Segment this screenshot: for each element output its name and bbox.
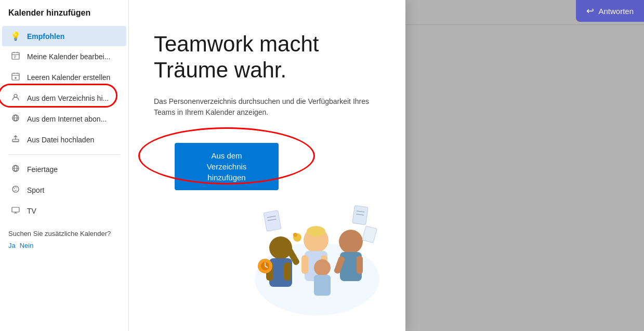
sidebar-item-empfohlen-label: Empfohlen (27, 32, 64, 41)
svg-rect-19 (301, 255, 308, 274)
sidebar-item-meine-kalender-label: Meine Kalender bearbei... (27, 52, 110, 61)
svg-rect-33 (362, 226, 377, 243)
sidebar-item-feiertage[interactable]: Feiertage (2, 159, 126, 180)
sidebar-item-tv-label: TV (27, 207, 36, 215)
svg-point-21 (314, 259, 331, 276)
sidebar-item-sport-label: Sport (27, 186, 44, 194)
main-headline: Teamwork macht Träume wahr. (154, 31, 380, 84)
sport-icon (10, 185, 21, 195)
svg-rect-27 (264, 210, 281, 231)
person-search-icon (10, 93, 21, 103)
svg-point-15 (293, 233, 297, 237)
modal-main-content: Teamwork macht Träume wahr. Das Personen… (129, 0, 405, 331)
illustration (239, 186, 405, 331)
sidebar-item-empfohlen[interactable]: 💡 Empfohlen (2, 26, 126, 46)
sidebar-item-sport[interactable]: Sport (2, 180, 126, 201)
link-no[interactable]: Nein (20, 242, 34, 249)
sidebar-item-meine-kalender[interactable]: Meine Kalender bearbei... (2, 46, 126, 67)
cta-container: Aus dem Verzeichnishinzufügen (175, 143, 279, 190)
svg-rect-26 (357, 256, 363, 274)
reply-button[interactable]: ↩ Antworten (576, 0, 644, 22)
modal-title: Kalender hinzufügen (0, 8, 128, 26)
svg-point-17 (307, 226, 325, 236)
headline-line2: Träume wahr. (154, 58, 286, 82)
sidebar-item-aus-internet-label: Aus dem Internet abon... (27, 115, 107, 123)
add-calendar-modal: Kalender hinzufügen 💡 Empfohlen Meine Ka… (0, 0, 405, 331)
calendar-edit-icon (10, 51, 21, 62)
svg-rect-12 (284, 262, 291, 281)
sidebar-item-aus-internet[interactable]: Aus dem Internet abon... (2, 109, 126, 129)
additional-calendars-text: Suchen Sie zusätzliche Kalender? (0, 226, 128, 242)
reply-button-label: Antworten (598, 7, 634, 16)
sidebar-item-leeren-kalender[interactable]: Leeren Kalender erstellen (2, 67, 126, 88)
calendar-new-icon (10, 72, 21, 83)
tv-icon (10, 206, 21, 216)
main-description: Das Personenverzeichnis durchsuchen und … (154, 96, 372, 118)
headline-line1: Teamwork macht (154, 32, 319, 56)
aus-verzeichnis-hinzufuegen-button[interactable]: Aus dem Verzeichnishinzufügen (175, 143, 279, 190)
svg-rect-7 (12, 207, 19, 212)
sidebar-item-aus-datei-label: Aus Datei hochladen (27, 136, 94, 144)
sidebar-item-feiertage-label: Feiertage (27, 165, 58, 174)
lightbulb-icon: 💡 (10, 31, 21, 41)
link-yes[interactable]: Ja (8, 242, 16, 249)
modal-sidebar: Kalender hinzufügen 💡 Empfohlen Meine Ka… (0, 0, 129, 331)
svg-rect-1 (12, 73, 19, 80)
reply-arrow-icon: ↩ (586, 5, 594, 17)
svg-point-23 (339, 230, 363, 254)
file-upload-icon (10, 135, 21, 145)
svg-rect-30 (352, 205, 368, 224)
sidebar-item-tv[interactable]: TV (2, 201, 126, 221)
sidebar-item-aus-verzeichnis[interactable]: Aus dem Verzeichnis hi... (2, 88, 126, 109)
globe-icon (10, 164, 21, 175)
additional-calendars-links: Ja Nein (0, 242, 128, 254)
sidebar-item-aus-verzeichnis-label: Aus dem Verzeichnis hi... (27, 94, 109, 102)
sidebar-divider (8, 154, 120, 155)
sidebar-item-leeren-kalender-label: Leeren Kalender erstellen (27, 73, 110, 82)
globe-plus-icon (10, 114, 21, 124)
svg-rect-22 (314, 275, 331, 296)
sidebar-item-aus-datei[interactable]: Aus Datei hochladen (2, 129, 126, 150)
